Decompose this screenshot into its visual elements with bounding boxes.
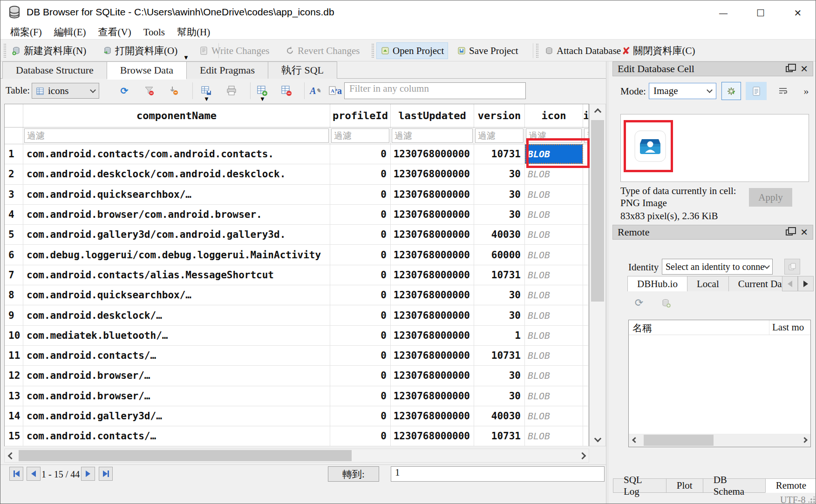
cell-lastUpdated[interactable]: 1230768000000 — [391, 406, 474, 426]
cell-icon[interactable]: BLOB — [525, 164, 583, 184]
cell-extra[interactable] — [583, 285, 589, 305]
last-modified-column-header[interactable]: Last mo — [769, 320, 810, 335]
cell-lastUpdated[interactable]: 1230768000000 — [391, 366, 474, 385]
cell-profileId[interactable]: 0 — [330, 406, 391, 426]
cell-lastUpdated[interactable]: 1230768000000 — [391, 285, 474, 305]
cell-extra[interactable] — [583, 185, 589, 204]
print-icon[interactable] — [225, 84, 238, 97]
clone-database-button[interactable] — [784, 259, 800, 275]
tab-dbhub[interactable]: DBHub.io — [627, 276, 687, 291]
mode-select[interactable]: Image — [649, 83, 716, 99]
cell-version[interactable]: 30 — [474, 185, 525, 204]
header-icon[interactable]: icon — [525, 104, 583, 127]
cell-componentName[interactable]: com.android.contacts/… — [23, 426, 330, 446]
filter-next-partial[interactable]: 過濾 — [583, 128, 589, 144]
cell-lastUpdated[interactable]: 1230768000000 — [391, 164, 474, 184]
cell-profileId[interactable]: 0 — [330, 366, 391, 385]
upload-database-icon[interactable] — [659, 296, 673, 310]
cell-icon[interactable]: BLOB — [525, 265, 583, 285]
horizontal-scroll-thumb[interactable] — [644, 435, 714, 446]
cell-version[interactable]: 40030 — [474, 406, 525, 426]
menu-help[interactable]: 幫助(H) — [171, 25, 216, 40]
new-record-dropdown-icon[interactable]: ▼ — [259, 95, 265, 103]
cell-icon[interactable]: BLOB — [525, 144, 583, 164]
cell-extra[interactable] — [583, 366, 589, 385]
cell-icon[interactable]: BLOB — [525, 205, 583, 224]
menu-file[interactable]: 檔案(F) — [4, 25, 48, 40]
cell-componentName[interactable]: com.android.browser/… — [23, 366, 330, 385]
scroll-left-icon[interactable] — [5, 449, 18, 462]
encoding-status[interactable]: UTF-8 — [780, 495, 805, 504]
cell-profileId[interactable]: 0 — [330, 285, 391, 305]
cell-componentName[interactable]: com.android.gallery3d/com.android.galler… — [23, 225, 330, 244]
cell-profileId[interactable]: 0 — [330, 164, 391, 184]
cell-icon[interactable]: BLOB — [525, 305, 583, 325]
panel-overflow-icon[interactable]: » — [798, 82, 814, 100]
cell-version[interactable]: 10731 — [474, 426, 525, 446]
font-size-icon[interactable]: ᵃa — [332, 84, 345, 97]
cell-componentName[interactable]: com.android.deskclock/… — [23, 305, 330, 325]
cell-profileId[interactable]: 0 — [330, 205, 391, 224]
save-table-dropdown-icon[interactable]: ▼ — [204, 95, 210, 103]
cell-icon[interactable]: BLOB — [525, 245, 583, 264]
tab-edit-pragmas[interactable]: Edit Pragmas — [186, 61, 268, 79]
cell-version[interactable]: 30 — [474, 205, 525, 224]
cell-lastUpdated[interactable]: 1230768000000 — [391, 426, 474, 446]
cell-version[interactable]: 10731 — [474, 346, 525, 365]
cell-extra[interactable] — [583, 265, 589, 285]
refresh-remote-icon[interactable]: ⟳ — [632, 296, 646, 310]
last-page-button[interactable] — [99, 467, 113, 481]
cell-componentName[interactable]: com.debug.loggerui/com.debug.loggerui.Ma… — [23, 245, 330, 264]
cell-icon[interactable]: BLOB — [525, 285, 583, 305]
open-database-dropdown-icon[interactable]: ▼ — [183, 54, 189, 61]
cell-extra[interactable] — [583, 346, 589, 365]
maximize-button[interactable]: ☐ — [742, 0, 779, 25]
cell-componentName[interactable]: com.android.browser/… — [23, 386, 330, 406]
header-lastUpdated[interactable]: lastUpdated — [391, 104, 474, 127]
scroll-up-icon[interactable] — [591, 105, 604, 118]
cell-lastUpdated[interactable]: 1230768000000 — [391, 386, 474, 406]
menu-view[interactable]: 查看(V) — [92, 25, 137, 40]
cell-icon[interactable]: BLOB — [525, 406, 583, 426]
identity-select[interactable]: Select an identity to conne — [662, 259, 773, 275]
cell-profileId[interactable]: 0 — [330, 265, 391, 285]
cell-componentName[interactable]: com.android.browser/com.android.browser. — [23, 205, 330, 224]
grid-horizontal-scrollbar[interactable] — [4, 449, 589, 463]
tab-current-database[interactable]: Current Dat — [728, 276, 782, 291]
font-format-icon[interactable]: A✎ — [309, 84, 322, 97]
filter-icon[interactable]: 過濾 — [525, 128, 583, 144]
save-filter-icon[interactable] — [167, 84, 180, 97]
cell-lastUpdated[interactable]: 1230768000000 — [391, 225, 474, 244]
cell-icon[interactable]: BLOB — [525, 386, 583, 406]
goto-input[interactable]: 1 — [391, 466, 605, 482]
cell-extra[interactable] — [583, 305, 589, 325]
cell-version[interactable]: 60000 — [474, 245, 525, 264]
name-column-header[interactable]: 名稱 — [629, 320, 769, 335]
cell-icon[interactable]: BLOB — [525, 426, 583, 446]
cell-icon[interactable]: BLOB — [525, 185, 583, 204]
close-panel-icon[interactable]: ✕ — [800, 228, 808, 237]
minimize-button[interactable]: — — [705, 0, 742, 25]
cell-extra[interactable] — [583, 386, 589, 406]
float-panel-icon[interactable] — [786, 229, 793, 235]
cell-componentName[interactable]: com.android.contacts/alias.MessageShortc… — [23, 265, 330, 285]
cell-extra[interactable] — [583, 164, 589, 184]
header-next-partial[interactable]: i — [583, 104, 589, 127]
cell-version[interactable]: 30 — [474, 164, 525, 184]
menu-tools[interactable]: Tools — [137, 26, 171, 39]
cell-componentName[interactable]: com.android.contacts/… — [23, 346, 330, 365]
cell-extra[interactable] — [583, 326, 589, 345]
close-button[interactable]: ✕ — [779, 0, 816, 25]
filter-version[interactable]: 過濾 — [474, 128, 525, 144]
cell-lastUpdated[interactable]: 1230768000000 — [391, 346, 474, 365]
tab-database-structure[interactable]: Database Structure — [2, 61, 107, 79]
tab-remote[interactable]: Remote — [765, 478, 816, 493]
table-select[interactable]: icons — [32, 83, 99, 99]
cell-profileId[interactable]: 0 — [330, 225, 391, 244]
tab-browse-data[interactable]: Browse Data — [107, 61, 187, 80]
attach-database-button[interactable]: Attach Database — [541, 42, 625, 59]
cell-lastUpdated[interactable]: 1230768000000 — [391, 326, 474, 345]
cell-componentName[interactable]: com.mediatek.bluetooth/… — [23, 326, 330, 345]
text-view-button[interactable] — [746, 82, 767, 100]
cell-icon[interactable]: BLOB — [525, 366, 583, 385]
